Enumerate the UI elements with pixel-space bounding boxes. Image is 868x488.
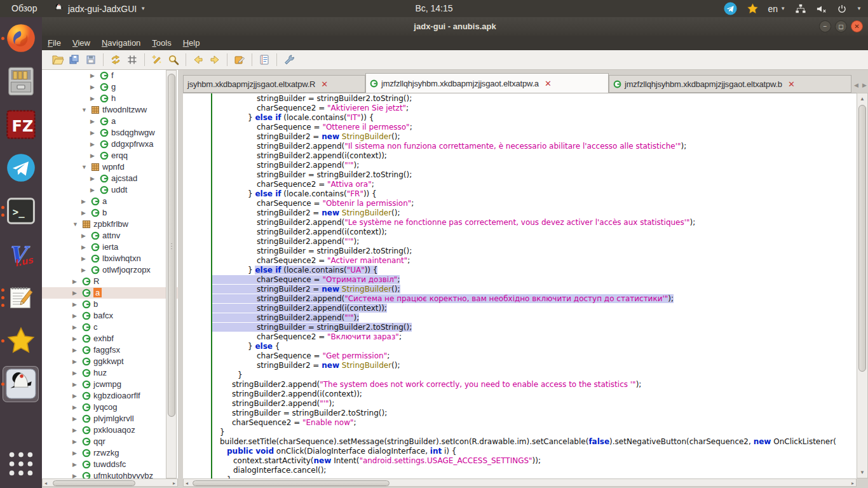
tree-item-bafcx[interactable]: ▶bafcx — [42, 310, 178, 322]
tree-item-tuwddsfc[interactable]: ▶tuwddsfc — [42, 459, 178, 470]
code-line[interactable]: stringBuilder2.append("'"); — [212, 161, 857, 170]
code-line[interactable]: charSequence = "Отримати дозвіл"; — [212, 275, 857, 285]
code-line[interactable]: charSequence2 = "Включити зараз"; — [212, 332, 857, 342]
tab-scroll-right-icon[interactable]: ▶ — [862, 82, 867, 88]
launcher-item-star[interactable] — [6, 325, 36, 356]
tree-item-f[interactable]: ▶f — [42, 70, 178, 81]
nav-forward-button[interactable] — [207, 51, 223, 68]
export-button[interactable] — [83, 51, 99, 68]
log-viewer-button[interactable] — [256, 51, 273, 68]
menu-navigation[interactable]: Navigation — [96, 36, 146, 50]
tree-item-b[interactable]: ▶b — [42, 207, 178, 219]
code-line[interactable]: stringBuilder2.append("Система не працює… — [212, 294, 857, 304]
network-icon[interactable] — [795, 4, 806, 14]
launcher-item-notes[interactable] — [6, 282, 36, 313]
tree-item-tfwodnltzww[interactable]: ▼tfwodnltzww — [42, 104, 178, 116]
expand-arrow-icon[interactable]: ▶ — [90, 84, 95, 90]
code-line[interactable]: stringBuilder2 = new StringBuilder(); — [212, 208, 857, 218]
tree-item-R[interactable]: ▶R — [42, 276, 178, 287]
tab-close-icon[interactable]: ✕ — [545, 79, 552, 88]
collapse-arrow-icon[interactable]: ▼ — [72, 221, 78, 227]
nav-back-button[interactable] — [190, 51, 207, 68]
expand-arrow-icon[interactable]: ▶ — [72, 336, 77, 342]
tree-item-h[interactable]: ▶h — [42, 93, 178, 104]
expand-arrow-icon[interactable]: ▶ — [72, 347, 77, 353]
code-line[interactable]: dialogInterface.cancel(); — [212, 466, 857, 475]
code-line[interactable]: stringBuilder2.append("'"); — [212, 399, 857, 409]
code-line[interactable]: builder.setTitle(charSequence).setMessag… — [212, 437, 857, 447]
expand-arrow-icon[interactable]: ▶ — [72, 301, 77, 308]
tree-horizontal-scrollbar[interactable]: ◂ ▸ — [42, 478, 178, 487]
power-icon[interactable] — [837, 4, 847, 14]
tree-item-ggkkwpt[interactable]: ▶ggkkwpt — [42, 356, 178, 367]
code-line[interactable]: stringBuilder = stringBuilder2.toString(… — [212, 409, 857, 418]
tree-hscroll-thumb[interactable] — [53, 480, 135, 486]
tree-vscroll-thumb[interactable] — [168, 74, 175, 417]
expand-arrow-icon[interactable]: ▶ — [72, 313, 77, 319]
scroll-down-icon[interactable]: ▼ — [860, 470, 865, 475]
tree-item-faggfsx[interactable]: ▶faggfsx — [42, 344, 178, 356]
code-line[interactable]: stringBuilder2 = new StringBuilder(); — [212, 361, 857, 370]
scroll-up-icon[interactable]: ▲ — [860, 96, 865, 102]
tab-jmzfzllqhjsyhbm.xkdbapmjzjjsgaot.eltxatpw.b[interactable]: jmzfzllqhjsyhbm.xkdbapmjzjjsgaot.eltxatp… — [609, 75, 851, 93]
editor-vscroll-thumb[interactable] — [858, 105, 866, 372]
code-line[interactable]: stringBuilder2 = new StringBuilder(); — [212, 285, 857, 294]
launcher-item-vlus[interactable]: Vl.us — [6, 239, 36, 269]
menu-view[interactable]: View — [67, 36, 96, 50]
tree-item-kgbzdioaorflf[interactable]: ▶kgbzdioaorflf — [42, 390, 178, 402]
expand-arrow-icon[interactable]: ▶ — [72, 404, 77, 410]
code-editor[interactable]: stringBuilder = stringBuilder2.toString(… — [183, 93, 857, 478]
save-all-button[interactable] — [66, 51, 83, 68]
window-titlebar[interactable]: jadx-gui - anubis.apk −◻✕ — [42, 17, 868, 36]
code-line[interactable]: charSequence2 = "Attiva ora"; — [212, 180, 857, 189]
expand-arrow-icon[interactable]: ▶ — [90, 130, 95, 136]
expand-arrow-icon[interactable]: ▶ — [72, 393, 77, 399]
expand-arrow-icon[interactable]: ▶ — [72, 416, 77, 422]
tree-item-ufmkutohbyyvbz[interactable]: ▶ufmkutohbyyvbz — [42, 470, 178, 478]
launcher-item-file-cabinet[interactable] — [6, 66, 36, 97]
tree-item-a[interactable]: ▶a — [42, 287, 178, 299]
expand-arrow-icon[interactable]: ▶ — [81, 198, 86, 205]
code-line[interactable]: charSequence2 = "Enable now"; — [212, 418, 857, 428]
editor-horizontal-scrollbar[interactable]: ◂ ▸ — [183, 478, 857, 487]
tree-item-wpnfd[interactable]: ▼wpnfd — [42, 161, 178, 173]
tree-item-qqr[interactable]: ▶qqr — [42, 436, 178, 447]
expand-arrow-icon[interactable]: ▶ — [90, 118, 95, 125]
volume-muted-icon[interactable] — [816, 4, 827, 14]
expand-arrow-icon[interactable]: ▶ — [72, 370, 77, 376]
expand-arrow-icon[interactable]: ▶ — [81, 233, 86, 239]
minimize-button[interactable]: − — [819, 20, 831, 32]
tree-item-zpbkfrlbw[interactable]: ▼zpbkfrlbw — [42, 219, 178, 230]
activities-button[interactable]: Обзор — [11, 0, 37, 17]
menu-tools[interactable]: Tools — [146, 36, 177, 50]
code-line[interactable]: stringBuilder2.append("Il sistema non fu… — [212, 142, 857, 151]
tree-item-ajcstad[interactable]: ▶ajcstad — [42, 173, 178, 184]
menu-file[interactable]: File — [42, 36, 67, 50]
code-line[interactable]: context.startActivity(new Intent("androi… — [212, 456, 857, 466]
chevron-down-icon[interactable]: ▼ — [857, 6, 862, 11]
star-mini-icon[interactable] — [747, 3, 759, 15]
tab-jmzfzllqhjsyhbm.xkdbapmjzjjsgaot.eltxatpw.a[interactable]: jmzfzllqhjsyhbm.xkdbapmjzjjsgaot.eltxatp… — [365, 73, 609, 93]
tree-item-uddt[interactable]: ▶uddt — [42, 184, 178, 196]
deobfuscation-button[interactable] — [149, 51, 165, 68]
code-line[interactable]: stringBuilder2.append("'"); — [212, 237, 857, 247]
code-line[interactable]: stringBuilder2 = new StringBuilder(); — [212, 132, 857, 142]
tree-item-b[interactable]: ▶b — [42, 299, 178, 310]
expand-arrow-icon[interactable]: ▶ — [90, 175, 95, 182]
collapse-arrow-icon[interactable]: ▼ — [81, 164, 87, 170]
code-line[interactable]: stringBuilder2.append("The system does n… — [212, 380, 857, 390]
tree-item-a[interactable]: ▶a — [42, 116, 178, 127]
tree-item-bsdqghwgw[interactable]: ▶bsdqghwgw — [42, 127, 178, 139]
code-line[interactable]: stringBuilder = stringBuilder2.toString(… — [212, 170, 857, 180]
scroll-right-icon[interactable]: ▸ — [851, 480, 854, 486]
code-line[interactable]: stringBuilder2.append(i(context)); — [212, 390, 857, 399]
expand-arrow-icon[interactable]: ▶ — [72, 473, 77, 478]
code-line[interactable]: } — [212, 428, 857, 437]
code-line[interactable]: stringBuilder2.append(i(context)); — [212, 227, 857, 237]
tab-scroll-left-icon[interactable]: ◀ — [854, 82, 858, 88]
expand-arrow-icon[interactable]: ▶ — [72, 461, 77, 468]
launcher-item-terminal[interactable]: >_ — [6, 196, 36, 226]
expand-arrow-icon[interactable]: ▶ — [90, 152, 95, 159]
tree-item-lbxiwhqtxn[interactable]: ▶lbxiwhqtxn — [42, 253, 178, 264]
scroll-left-icon[interactable]: ◂ — [186, 480, 188, 486]
